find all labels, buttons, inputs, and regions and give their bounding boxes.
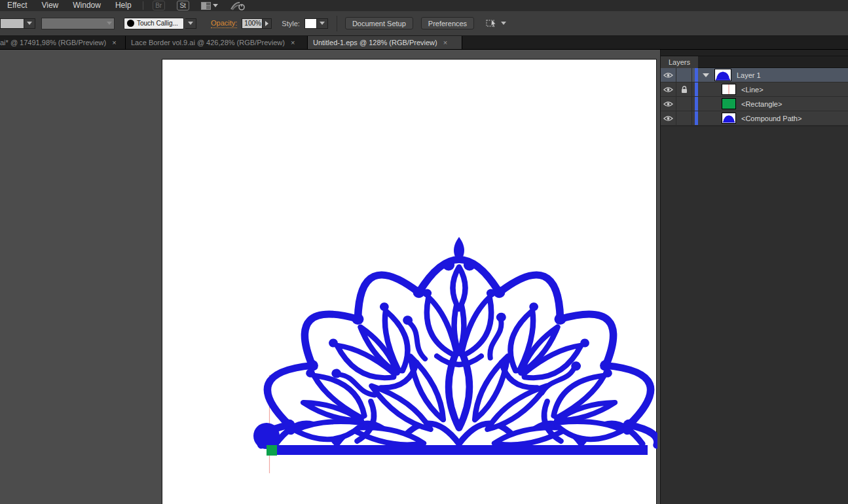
workspace-switcher-icon[interactable]: [201, 2, 218, 10]
object-name[interactable]: <Compound Path>: [741, 115, 802, 122]
control-divider: [337, 16, 337, 31]
layer-row-line[interactable]: <Line>: [661, 82, 848, 97]
menu-effect[interactable]: Effect: [0, 0, 34, 11]
selection-options-control[interactable]: [486, 18, 506, 28]
eye-icon: [663, 115, 673, 122]
bridge-icon[interactable]: Br: [153, 1, 165, 10]
chevron-right-icon: [265, 21, 268, 26]
lock-toggle[interactable]: [676, 82, 692, 96]
menu-window[interactable]: Window: [65, 0, 108, 11]
eye-icon: [663, 72, 673, 79]
opacity-value-field[interactable]: 100%: [242, 18, 263, 29]
object-name[interactable]: <Rectangle>: [741, 100, 782, 108]
chevron-down-icon: [107, 22, 112, 25]
layers-panel: Layers Layer 1: [660, 50, 848, 504]
base-bar-shape[interactable]: [272, 445, 648, 455]
artboard[interactable]: [162, 59, 657, 504]
chevron-down-icon: [501, 22, 506, 25]
expand-arrow-icon[interactable]: [703, 73, 709, 77]
variant-field[interactable]: [0, 18, 24, 29]
opacity-spinner-button[interactable]: [263, 18, 272, 29]
tab-layers[interactable]: Layers: [661, 56, 698, 68]
opacity-label[interactable]: Opacity:: [211, 19, 237, 28]
brush-dropdown-button[interactable]: [185, 18, 196, 29]
chevron-down-icon: [27, 22, 32, 25]
menu-help[interactable]: Help: [108, 0, 139, 11]
close-icon[interactable]: ×: [112, 39, 116, 46]
brush-definition-field[interactable]: Touch Callig...: [124, 18, 184, 29]
compound-path-object[interactable]: [261, 237, 657, 456]
preferences-button[interactable]: Preferences: [421, 17, 474, 29]
layer-list: Layer 1: [661, 68, 848, 126]
document-tab-bar: ai* @ 17491,98% (RGB/Preview) × Lace Bor…: [0, 36, 848, 50]
lock-icon: [681, 86, 688, 94]
object-thumbnail[interactable]: [722, 113, 736, 124]
eye-icon: [663, 101, 673, 107]
eye-icon: [663, 86, 673, 93]
selection-options-icon: [486, 18, 498, 28]
document-tab-2[interactable]: Lace Border vol.9.ai @ 426,28% (RGB/Prev…: [126, 36, 308, 49]
menu-view[interactable]: View: [34, 0, 65, 11]
brush-preview-icon: [127, 20, 134, 27]
close-icon[interactable]: ×: [291, 39, 295, 46]
style-swatch[interactable]: [304, 18, 317, 29]
visibility-toggle[interactable]: [661, 97, 676, 111]
tab-label: Lace Border vol.9.ai @ 426,28% (RGB/Prev…: [131, 39, 285, 46]
rectangle-object[interactable]: [267, 445, 277, 456]
layer-name[interactable]: Layer 1: [737, 71, 761, 79]
lace-ornament-artwork[interactable]: [162, 60, 657, 504]
control-bar: Touch Callig... Opacity: 100% Style: Doc…: [0, 11, 848, 36]
object-thumbnail[interactable]: [722, 98, 736, 109]
layer-row-layer-1[interactable]: Layer 1: [661, 68, 848, 82]
close-icon[interactable]: ×: [443, 39, 447, 46]
secondary-dropdown[interactable]: [41, 18, 115, 29]
document-setup-button[interactable]: Document Setup: [345, 17, 413, 29]
panel-empty-area: [661, 126, 848, 487]
style-label: Style:: [282, 20, 300, 27]
layer-row-rectangle[interactable]: <Rectangle>: [661, 97, 848, 111]
document-tab-3-active[interactable]: Untitled-1.eps @ 128% (RGB/Preview) ×: [308, 36, 462, 49]
variant-dropdown-button[interactable]: [24, 18, 35, 29]
lock-toggle[interactable]: [676, 97, 692, 111]
chevron-down-icon: [213, 4, 218, 7]
visibility-toggle[interactable]: [661, 82, 676, 96]
panel-tab-strip: Layers: [661, 56, 848, 68]
chevron-down-icon: [188, 22, 193, 25]
tab-label: Untitled-1.eps @ 128% (RGB/Preview): [313, 39, 437, 46]
tab-label: ai* @ 17491,98% (RGB/Preview): [0, 39, 106, 46]
lock-toggle[interactable]: [676, 111, 692, 125]
brush-name: Touch Callig...: [137, 20, 178, 27]
workspace-grid-icon: [201, 2, 211, 10]
menu-bar: Effect View Window Help Br St: [0, 0, 848, 11]
object-thumbnail[interactable]: [722, 84, 736, 95]
layer-row-compound-path[interactable]: <Compound Path>: [661, 111, 848, 126]
stock-icon[interactable]: St: [177, 1, 189, 10]
lock-toggle[interactable]: [676, 68, 692, 82]
visibility-toggle[interactable]: [661, 111, 676, 125]
object-name[interactable]: <Line>: [741, 86, 764, 94]
chevron-down-icon: [320, 22, 325, 25]
style-dropdown-button[interactable]: [317, 18, 328, 29]
document-tab-1[interactable]: ai* @ 17491,98% (RGB/Preview) ×: [0, 36, 126, 49]
pasteboard: [0, 50, 660, 504]
menu-divider: [143, 1, 143, 10]
layer-thumbnail[interactable]: [714, 69, 731, 81]
visibility-toggle[interactable]: [661, 68, 676, 82]
panel-header[interactable]: [661, 50, 848, 56]
illustrator-window: Effect View Window Help Br St: [0, 0, 848, 504]
cs-live-icon[interactable]: [230, 1, 246, 10]
